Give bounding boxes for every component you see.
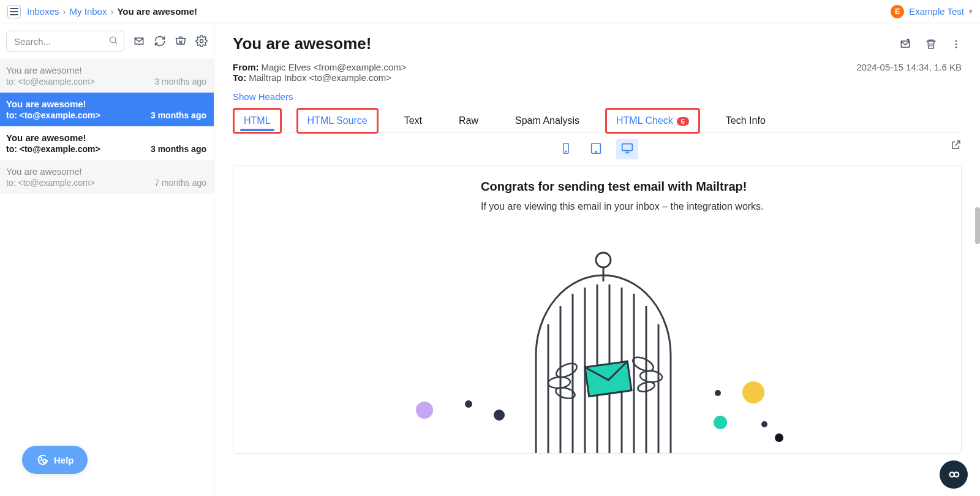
forward-icon[interactable] [899, 38, 911, 52]
svg-point-47 [954, 472, 959, 476]
chevron-right-icon: › [63, 6, 66, 17]
message-subject: You are awesome! [6, 132, 206, 143]
message-item[interactable]: You are awesome! to: <to@example.com>3 m… [0, 93, 214, 126]
tab-spam-analysis[interactable]: Spam Analysis [505, 109, 589, 132]
svg-point-22 [761, 421, 767, 427]
chevron-right-icon: › [110, 6, 113, 17]
message-age: 3 months ago [154, 77, 206, 86]
svg-point-23 [714, 416, 727, 429]
email-subject: You are awesome! [233, 34, 371, 53]
device-mobile-icon[interactable] [556, 139, 576, 159]
svg-point-21 [742, 381, 764, 403]
message-to: to: <to@example.com> [6, 110, 100, 120]
tab-html-source[interactable]: HTML Source [298, 109, 377, 132]
search-input[interactable] [6, 31, 124, 52]
tab-html[interactable]: HTML [234, 109, 281, 132]
message-to: to: <to@example.com> [6, 77, 95, 86]
help-label: Help [54, 455, 74, 465]
device-desktop-icon[interactable] [616, 139, 638, 159]
from-value: Magic Elves <from@example.com> [262, 62, 407, 72]
message-to: to: <to@example.com> [6, 178, 95, 188]
message-age: 3 months ago [151, 144, 206, 154]
message-item[interactable]: You are awesome! to: <to@example.com>3 m… [0, 59, 214, 93]
to-label: To: [233, 72, 246, 83]
user-avatar[interactable]: E [891, 5, 904, 18]
preview-heading: Congrats for sending test email with Mai… [334, 180, 861, 194]
sidebar: You are awesome! to: <to@example.com>3 m… [0, 23, 214, 496]
svg-point-11 [565, 151, 567, 152]
breadcrumb-my-inbox[interactable]: My Inbox [70, 6, 107, 17]
message-item[interactable]: You are awesome! to: <to@example.com>7 m… [0, 160, 214, 194]
message-subject: You are awesome! [6, 166, 206, 177]
message-age: 3 months ago [151, 110, 206, 120]
message-to: to: <to@example.com> [6, 144, 100, 154]
refresh-icon[interactable] [154, 35, 166, 47]
email-preview: Congrats for sending test email with Mai… [233, 166, 962, 454]
tab-tech-info[interactable]: Tech Info [716, 109, 775, 132]
message-subject: You are awesome! [6, 65, 206, 75]
to-value: Mailtrap Inbox <to@example.com> [249, 72, 391, 83]
message-list: You are awesome! to: <to@example.com>3 m… [0, 59, 214, 496]
svg-point-20 [715, 390, 721, 396]
message-age: 7 months ago [154, 178, 206, 188]
svg-point-39 [548, 376, 570, 389]
svg-point-13 [595, 151, 597, 153]
user-name[interactable]: Example Test [909, 6, 964, 17]
svg-point-17 [465, 400, 472, 408]
svg-point-18 [494, 410, 505, 421]
svg-point-7 [956, 40, 957, 42]
tabs-row: HTML HTML Source Text Raw Spam Analysis … [233, 109, 962, 133]
svg-rect-14 [622, 144, 633, 151]
svg-point-19 [416, 402, 433, 419]
svg-point-44 [39, 457, 42, 460]
open-external-icon[interactable] [951, 139, 962, 152]
tab-html-check[interactable]: HTML Check6 [606, 109, 699, 132]
svg-rect-37 [585, 361, 631, 396]
breadcrumb-current: You are awesome! [117, 6, 197, 17]
chevron-down-icon[interactable]: ▾ [969, 7, 973, 15]
trash-icon[interactable] [925, 38, 937, 52]
tab-text[interactable]: Text [394, 109, 432, 132]
message-subject: You are awesome! [6, 99, 206, 109]
html-check-badge: 6 [677, 117, 689, 126]
tab-raw[interactable]: Raw [449, 109, 488, 132]
main-panel: You are awesome! From:Magic Elves <from@… [214, 23, 980, 496]
search-wrap [6, 31, 124, 52]
from-label: From: [233, 62, 259, 72]
svg-point-9 [956, 47, 957, 48]
floating-action-button[interactable] [940, 460, 968, 489]
svg-point-4 [200, 40, 203, 43]
preview-scrollbar[interactable] [975, 207, 980, 244]
show-headers-link[interactable]: Show Headers [233, 91, 962, 102]
breadcrumb-inboxes[interactable]: Inboxes [27, 6, 59, 17]
svg-point-24 [775, 433, 783, 442]
more-icon[interactable] [951, 39, 962, 52]
email-timestamp: 2024-05-15 14:34, 1.6 KB [856, 62, 962, 72]
topbar: Inboxes › My Inbox › You are awesome! E … [0, 0, 980, 23]
message-item[interactable]: You are awesome! to: <to@example.com>3 m… [0, 126, 214, 160]
gear-icon[interactable] [195, 35, 208, 47]
clear-inbox-icon[interactable] [175, 35, 187, 47]
preview-body: If you are viewing this email in your in… [334, 201, 861, 212]
help-button[interactable]: Help [22, 446, 88, 474]
svg-point-45 [43, 459, 47, 463]
mark-read-icon[interactable] [133, 35, 145, 47]
illustration-birdcage [401, 232, 793, 454]
device-tablet-icon[interactable] [586, 139, 606, 159]
svg-point-8 [956, 44, 957, 45]
menu-toggle-button[interactable] [7, 5, 21, 18]
svg-point-25 [596, 253, 611, 267]
breadcrumb: Inboxes › My Inbox › You are awesome! [27, 6, 197, 17]
